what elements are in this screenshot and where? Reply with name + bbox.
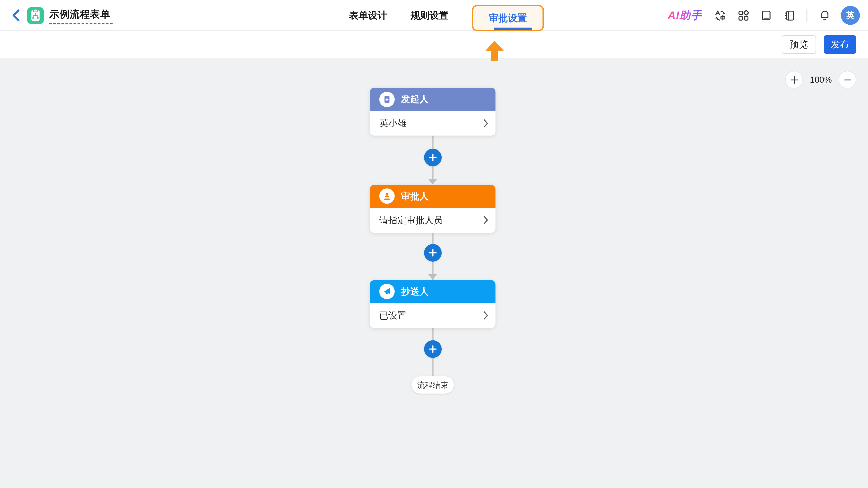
tab-approval-settings-highlight[interactable]: 审批设置 [472,5,544,31]
zoom-level: 100% [810,75,832,85]
zoom-out-button[interactable] [839,71,856,89]
apps-button[interactable] [737,8,750,22]
action-bar-buttons: 预览 发布 [782,31,856,58]
bell-icon [818,9,831,22]
node-config-row[interactable]: 已设置 [370,303,495,328]
flow-node-approver[interactable]: 审批人 请指定审批人员 [370,185,495,232]
preview-button[interactable]: 预览 [782,35,816,54]
top-navigation-bar: 示例流程表单 表单设计 规则设置 审批设置 AI助手 [0,0,868,31]
page-title: 示例流程表单 [49,8,110,20]
ai-assistant-button[interactable]: AI助手 [668,8,704,23]
publish-button[interactable]: 发布 [824,35,856,54]
node-header: 审批人 [370,185,495,207]
clipboard-flow-icon [27,7,44,24]
node-header: 发起人 [370,88,495,111]
app-window: 示例流程表单 表单设计 规则设置 审批设置 AI助手 [0,0,868,488]
tab-approval-settings[interactable]: 审批设置 [489,12,527,24]
flow-node-cc[interactable]: 抄送人 已设置 [370,280,495,328]
apps-grid-icon [737,9,749,22]
topbar-left: 示例流程表单 [10,0,113,31]
minus-icon [843,76,851,84]
plus-icon [428,345,437,353]
node-config-row[interactable]: 英小雄 [370,111,495,135]
chevron-right-icon [483,216,488,225]
stamp-icon [382,192,392,201]
action-bar: 预览 发布 [0,31,868,58]
title-dashed-underline [49,23,113,24]
flow-end-node: 流程结束 [411,377,454,394]
flow-canvas[interactable]: 100% [0,58,868,488]
chevron-right-icon [483,311,488,320]
topbar-right: AI助手 [668,0,860,31]
chevron-left-icon [11,9,20,22]
node-config-row[interactable]: 请指定审批人员 [370,207,495,232]
notifications-button[interactable] [818,8,831,22]
translate-icon [714,9,726,22]
main-tabs: 表单设计 规则设置 审批设置 [349,0,544,31]
docs-button[interactable] [760,8,773,22]
topbar-divider [807,8,807,22]
form-title-block[interactable]: 示例流程表单 [49,6,113,24]
back-button[interactable] [10,8,22,23]
zoom-in-button[interactable] [785,71,803,89]
send-icon [382,287,392,296]
translate-button[interactable] [713,8,727,22]
app-icon [27,7,44,24]
user-avatar[interactable]: 英 [841,6,860,25]
arrow-up-icon [486,41,504,51]
arrow-down-icon [428,274,437,280]
notebook-button[interactable] [782,8,796,22]
plus-icon [428,249,437,257]
tab-pointer-arrow [486,41,504,61]
arrow-down-icon [428,179,437,184]
plus-icon [428,153,437,162]
tab-rule-settings[interactable]: 规则设置 [410,9,448,22]
add-node-button[interactable] [424,149,441,166]
flow-node-initiator[interactable]: 发起人 英小雄 [370,88,495,135]
chevron-right-icon [483,119,488,128]
plus-icon [790,75,799,84]
active-tab-indicator [493,28,531,30]
add-node-button[interactable] [424,244,441,262]
node-header: 抄送人 [370,280,495,303]
zoom-controls: 100% [785,71,856,89]
tab-form-design[interactable]: 表单设计 [349,9,387,22]
add-node-button[interactable] [424,340,441,358]
book-icon [760,9,772,22]
document-icon [382,95,392,104]
notebook-icon [783,9,796,22]
